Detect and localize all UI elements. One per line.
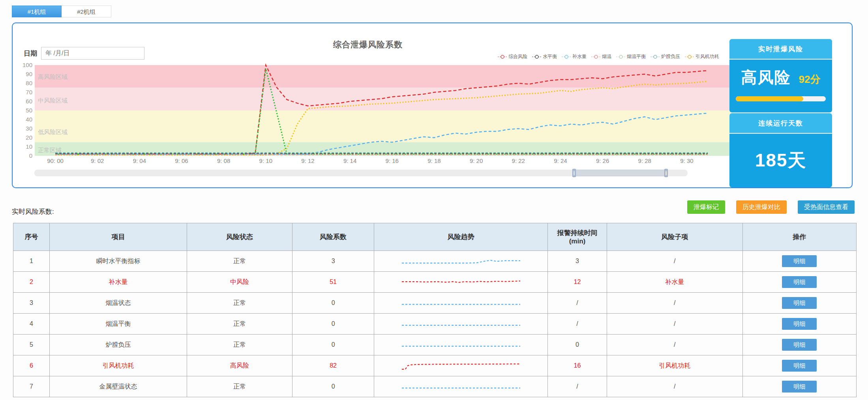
x-axis-tick-label: 9: 04 [133, 157, 146, 164]
trend-sparkline [402, 359, 520, 372]
cell-action: 明细 [742, 376, 856, 397]
cell-coefficient: 0 [292, 314, 374, 335]
table-row: 6引风机功耗高风险8216引风机功耗明细 [13, 355, 857, 376]
realtime-risk-card-body: 高风险 92分 [729, 60, 832, 112]
scrollbar-right-handle[interactable] [664, 169, 668, 177]
tab-unit-2[interactable]: #2机组 [62, 6, 111, 17]
cell-subitem: / [607, 376, 742, 397]
cell-status: 正常 [187, 335, 292, 355]
cell-coefficient: 0 [292, 376, 374, 397]
legend-item-烟温[interactable]: 烟温 [591, 53, 611, 60]
cell-item: 烟温状态 [49, 293, 187, 314]
x-axis-tick-label: 9: 14 [343, 157, 356, 164]
tab-unit-1[interactable]: #1机组 [12, 6, 62, 17]
detail-button[interactable]: 明细 [782, 381, 817, 393]
heating-surface-button[interactable]: 受热面信息查看 [798, 200, 855, 214]
cell-subitem: 引风机功耗 [607, 355, 742, 376]
legend-item-综合风险[interactable]: 综合风险 [498, 53, 527, 60]
legend-item-引风机功耗[interactable]: 引风机功耗 [685, 53, 719, 60]
y-axis-tick-label: 50 [26, 107, 32, 114]
trend-sparkline [402, 296, 520, 310]
risk-progress-fill [736, 96, 803, 101]
unit-tabs: #1机组 #2机组 [12, 6, 111, 17]
cell-subitem: / [607, 314, 742, 335]
cell-trend [374, 335, 548, 355]
realtime-risk-card: 实时泄爆风险 高风险 92分 [729, 39, 832, 112]
date-input[interactable] [41, 47, 144, 60]
cell-subitem: 补水量 [607, 272, 742, 293]
legend-label: 补水量 [572, 53, 587, 60]
risk-zone-label: 正常区域 [38, 147, 62, 153]
cell-action: 明细 [742, 251, 856, 272]
legend-item-补水量[interactable]: 补水量 [562, 53, 587, 60]
detail-button[interactable]: 明细 [782, 360, 817, 372]
cell-action: 明细 [742, 314, 856, 335]
y-axis-tick-label: 60 [26, 98, 32, 105]
cell-seq: 4 [13, 314, 50, 335]
legend-marker-icon [685, 54, 694, 59]
realtime-risk-card-title: 实时泄爆风险 [729, 39, 832, 60]
cell-coefficient: 82 [292, 355, 374, 376]
risk-zone-label: 高风险区域 [38, 73, 67, 80]
cell-status: 高风险 [187, 355, 292, 376]
detail-button[interactable]: 明细 [782, 318, 817, 330]
table-row: 3烟温状态正常0//明细 [13, 293, 857, 314]
legend-marker-icon [616, 54, 626, 59]
risk-score-value: 92分 [799, 73, 821, 86]
explosion-mark-button[interactable]: 泄爆标记 [687, 200, 725, 214]
cell-item: 瞬时水平衡指标 [49, 251, 187, 272]
table-header-cell: 风险子项 [607, 223, 742, 251]
legend-marker-icon [651, 54, 660, 59]
risk-trend-chart: 高风险区域中风险区域低风险区域正常区域010203040506070809010… [22, 63, 737, 169]
chart-legend: 综合风险水平衡补水量烟温烟温平衡炉膛负压引风机功耗 [474, 53, 719, 60]
table-header-cell: 序号 [13, 223, 50, 251]
history-compare-button[interactable]: 历史泄爆对比 [736, 200, 787, 214]
scrollbar-left-handle[interactable] [572, 169, 576, 177]
x-axis-tick-label: 90: 00 [47, 157, 64, 164]
legend-item-炉膛负压[interactable]: 炉膛负压 [651, 53, 680, 60]
realtime-coefficient-label: 实时风险系数: [12, 207, 54, 216]
cell-subitem: / [607, 293, 742, 314]
running-days-card: 连续运行天数 185天 [729, 113, 832, 187]
cell-status: 正常 [187, 251, 292, 272]
scrollbar-window[interactable] [574, 170, 666, 176]
cell-action: 明细 [742, 355, 856, 376]
cell-status: 正常 [187, 314, 292, 335]
detail-button[interactable]: 明细 [782, 339, 817, 351]
cell-duration: 3 [548, 251, 607, 272]
trend-sparkline [402, 317, 520, 331]
chart-scrollbar[interactable] [34, 170, 688, 176]
x-axis-tick-label: 9: 20 [470, 157, 483, 164]
cell-action: 明细 [742, 272, 856, 293]
x-axis-tick-label: 9: 02 [91, 157, 104, 164]
legend-label: 水平衡 [543, 53, 557, 60]
cell-action: 明细 [742, 335, 856, 355]
cell-trend [374, 355, 548, 376]
cell-item: 补水量 [49, 272, 187, 293]
cell-coefficient: 51 [292, 272, 374, 293]
cell-item: 炉膛负压 [49, 335, 187, 355]
cell-trend [374, 376, 548, 397]
trend-sparkline [402, 254, 520, 268]
table-header-cell: 项目 [49, 223, 187, 251]
cell-seq: 7 [13, 376, 50, 397]
legend-marker-icon [562, 54, 571, 59]
cell-seq: 1 [13, 251, 50, 272]
cell-item: 金属壁温状态 [49, 376, 187, 397]
cell-duration: / [548, 376, 607, 397]
detail-button[interactable]: 明细 [782, 276, 817, 288]
risk-zone-band [35, 110, 733, 142]
cell-duration: 12 [548, 272, 607, 293]
detail-button[interactable]: 明细 [782, 255, 817, 267]
cell-coefficient: 3 [292, 251, 374, 272]
x-axis-tick-label: 9: 28 [638, 157, 651, 164]
detail-button[interactable]: 明细 [782, 297, 817, 309]
cell-trend [374, 251, 548, 272]
legend-item-水平衡[interactable]: 水平衡 [532, 53, 557, 60]
cell-status: 正常 [187, 376, 292, 397]
x-axis-tick-label: 9: 08 [217, 157, 230, 164]
cell-item: 烟温平衡 [49, 314, 187, 335]
legend-marker-icon [498, 54, 507, 59]
legend-item-烟温平衡[interactable]: 烟温平衡 [616, 53, 646, 60]
legend-label: 炉膛负压 [661, 53, 680, 60]
